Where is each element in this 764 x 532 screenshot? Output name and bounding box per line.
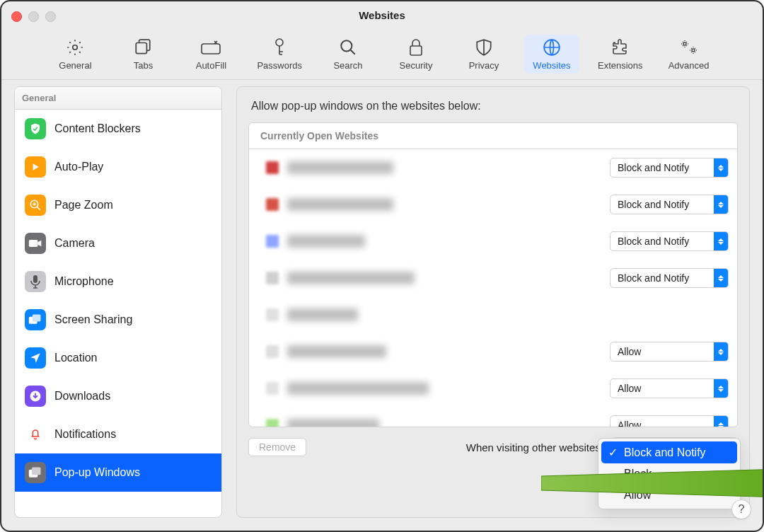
remove-button[interactable]: Remove [248,438,306,456]
toolbar-tab-advanced[interactable]: Advanced [661,35,717,74]
favicon-icon [266,345,279,358]
sidebar-item-notifications[interactable]: Notifications [15,415,221,453]
zoom-in-icon [25,195,46,216]
panel-heading: Allow pop-up windows on the websites bel… [251,100,738,112]
table-rows[interactable]: Block and NotifyBlock and NotifyBlock an… [249,149,737,427]
sidebar-item-label: Camera [54,237,95,250]
sidebar-item-label: Notifications [54,428,116,441]
camera-icon [25,233,46,254]
favicon-icon [266,272,279,284]
toolbar-tab-label: Extensions [598,60,643,71]
website-row[interactable]: Block and Notify [249,186,737,223]
screens-icon [25,309,46,330]
sidebar-item-label: Screen Sharing [54,313,132,326]
toolbar-tab-general[interactable]: General [47,35,103,74]
popup-policy-select[interactable]: Allow [610,342,729,362]
toolbar-tab-tabs[interactable]: Tabs [115,35,170,74]
sidebar-item-camera[interactable]: Camera [15,224,221,262]
website-cell [266,419,610,427]
svg-rect-5 [410,46,422,55]
play-icon [25,156,46,178]
preferences-window: Websites GeneralTabsAutoFillPasswordsSea… [0,0,764,532]
sidebar-item-page-zoom[interactable]: Page Zoom [15,186,221,224]
dropdown-option[interactable]: Block [601,463,737,485]
dropdown-option[interactable]: Allow [601,485,737,506]
help-button[interactable]: ? [731,499,751,519]
toolbar-tab-label: Tabs [134,60,153,71]
svg-point-7 [683,42,686,45]
favicon-icon [266,308,279,321]
website-row[interactable]: Block and Notify [249,223,737,260]
sidebar-item-location[interactable]: Location [15,339,221,377]
website-row[interactable]: Allow [249,333,737,370]
passwords-icon [272,37,286,57]
select-stepper-icon [714,379,728,398]
favicon-icon [266,382,279,395]
privacy-icon [475,37,493,57]
close-window-button[interactable] [11,11,22,22]
toolbar-tab-extensions[interactable]: Extensions [592,35,649,74]
popup-policy-select[interactable]: Block and Notify [610,268,729,288]
check-icon: ✓ [607,446,618,459]
shield-check-icon [25,118,46,139]
popup-policy-select[interactable]: Allow [610,415,729,427]
website-cell [266,345,610,358]
toolbar-tab-privacy[interactable]: Privacy [456,35,511,74]
window-title: Websites [359,9,405,21]
website-row[interactable]: Block and Notify [249,149,737,186]
toolbar-tab-passwords[interactable]: Passwords [251,35,308,74]
search-icon [339,37,357,57]
svg-point-8 [692,49,695,52]
toolbar-tab-security[interactable]: Security [388,35,444,74]
sidebar-item-screen-sharing[interactable]: Screen Sharing [15,301,221,339]
svg-rect-13 [33,315,41,322]
dropdown-option-label: Block and Notify [624,446,706,459]
tabs-icon [134,37,152,57]
website-row[interactable] [249,296,737,333]
toolbar-tab-label: Advanced [668,60,710,71]
sidebar-item-popup-windows[interactable]: Pop-up Windows [15,453,221,492]
microphone-icon [25,271,46,292]
toolbar-tab-search[interactable]: Search [320,35,376,74]
popup-policy-select[interactable]: Block and Notify [610,231,729,251]
website-row[interactable]: Allow [249,407,737,427]
zoom-window-button[interactable] [45,11,56,22]
autofill-icon [200,37,221,57]
content-area: General Content BlockersAuto-PlayPage Zo… [14,86,750,518]
sidebar-item-label: Auto-Play [54,161,103,173]
websites-table: Currently Open Websites Block and Notify… [248,122,738,427]
svg-point-0 [73,45,78,50]
toolbar-tab-label: Privacy [469,60,499,71]
svg-point-4 [341,40,352,51]
dropdown-option[interactable]: ✓Block and Notify [601,441,737,463]
popup-policy-select[interactable]: Block and Notify [610,158,729,178]
favicon-icon [266,161,279,174]
window-controls [11,11,56,22]
dropdown-option-label: Block [624,468,652,480]
title-bar: Websites [1,1,763,28]
default-policy-label: When visiting other websites: [466,441,603,453]
sidebar-item-microphone[interactable]: Microphone [15,262,221,301]
toolbar-tab-autofill[interactable]: AutoFill [183,35,238,74]
sidebar-item-label: Location [54,352,98,364]
preferences-toolbar: GeneralTabsAutoFillPasswordsSearchSecuri… [1,28,763,80]
website-cell [266,161,610,174]
extensions-icon [610,37,630,57]
default-policy-dropdown[interactable]: ✓Block and NotifyBlockAllow [598,438,741,509]
sidebar-item-downloads[interactable]: Downloads [15,377,221,415]
favicon-icon [266,198,279,211]
location-icon [25,347,46,369]
popup-policy-select[interactable]: Block and Notify [610,195,729,214]
website-row[interactable]: Allow [249,370,737,407]
svg-rect-11 [33,275,37,283]
popup-policy-select[interactable]: Allow [610,378,729,398]
toolbar-tab-websites[interactable]: Websites [524,35,579,74]
website-name-redacted [287,272,415,284]
toolbar-tab-label: Search [333,60,362,71]
svg-rect-10 [29,240,38,247]
sidebar-item-content-blockers[interactable]: Content Blockers [15,110,221,148]
sidebar-item-auto-play[interactable]: Auto-Play [15,148,221,186]
svg-rect-1 [137,42,147,53]
website-row[interactable]: Block and Notify [249,260,737,296]
minimize-window-button[interactable] [28,11,39,22]
